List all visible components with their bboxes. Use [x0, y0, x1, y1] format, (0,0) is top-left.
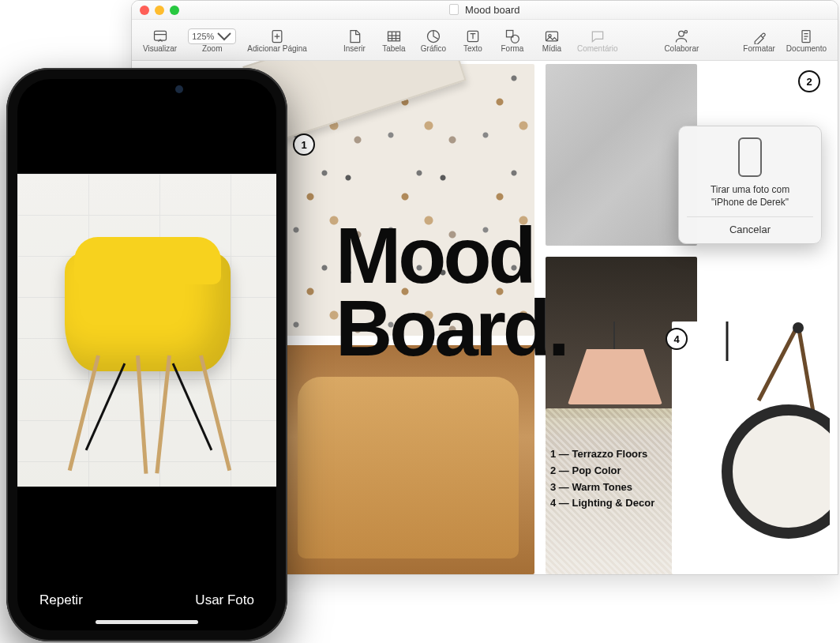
camera-capture-preview[interactable]	[17, 174, 276, 487]
table-label: Tabela	[382, 44, 405, 53]
window-title-text: Mood board	[465, 4, 519, 16]
callout-badge-1[interactable]: 1	[293, 133, 315, 156]
plus-page-icon	[269, 28, 285, 44]
svg-rect-2	[388, 32, 399, 41]
shape-icon	[504, 28, 520, 44]
photo-subject-chair	[49, 221, 254, 474]
insert-icon	[347, 28, 362, 44]
format-icon	[752, 28, 767, 44]
toolbar: Visualizar 125% Zoom Adicionar Página In…	[132, 20, 838, 61]
legend-item: 1 — Terrazzo Floors	[550, 446, 654, 463]
collaborate-button[interactable]: Colaborar	[659, 25, 703, 55]
iphone-screen: Repetir Usar Foto	[17, 79, 276, 630]
media-label: Mídia	[542, 44, 561, 53]
svg-rect-0	[154, 31, 166, 40]
table-icon	[386, 28, 402, 44]
image-concrete[interactable]	[546, 64, 697, 246]
media-button[interactable]: Mídia	[533, 25, 571, 55]
svg-line-13	[759, 325, 798, 400]
legend-item: 3 — Warm Tones	[550, 479, 654, 496]
home-indicator[interactable]	[96, 620, 198, 624]
document-label: Documento	[786, 44, 827, 53]
close-window-button[interactable]	[140, 6, 149, 15]
collaborate-label: Colaborar	[664, 44, 699, 53]
legend-list[interactable]: 1 — Terrazzo Floors 2 — Pop Color 3 — Wa…	[550, 446, 654, 512]
svg-line-14	[798, 325, 814, 416]
insert-button[interactable]: Inserir	[336, 25, 373, 55]
zoom-label: Zoom	[202, 44, 223, 53]
format-button[interactable]: Formatar	[738, 25, 780, 55]
shape-label: Forma	[501, 44, 523, 53]
view-button[interactable]: Visualizar	[138, 25, 182, 55]
text-label: Texto	[463, 44, 482, 53]
cancel-button[interactable]: Cancelar	[687, 216, 813, 243]
camera-action-bar: Repetir Usar Foto	[17, 592, 276, 608]
popover-message: Tirar uma foto com "iPhone de Derek"	[687, 183, 813, 216]
chart-button[interactable]: Gráfico	[414, 25, 452, 55]
chevron-down-icon	[216, 28, 232, 44]
zoom-value: 125%	[192, 32, 214, 41]
document-settings-icon	[798, 28, 814, 44]
legend-item: 2 — Pop Color	[550, 463, 654, 479]
continuity-camera-popover: Tirar uma foto com "iPhone de Derek" Can…	[678, 126, 822, 244]
document-button[interactable]: Documento	[782, 25, 831, 55]
iphone-device: Repetir Usar Foto	[6, 68, 287, 641]
title-line2: Board.	[336, 284, 567, 372]
document-title[interactable]: Mood Board.	[336, 219, 567, 364]
document-icon	[449, 4, 459, 15]
view-icon	[152, 28, 168, 44]
add-page-label: Adicionar Página	[247, 44, 307, 53]
image-mirror-lamp[interactable]	[672, 322, 830, 574]
iphone-notch	[84, 79, 210, 101]
phone-icon	[738, 137, 762, 177]
comment-label: Comentário	[577, 44, 618, 53]
insert-label: Inserir	[343, 44, 366, 53]
svg-point-6	[511, 35, 519, 43]
legend-item: 4 — Lighting & Decor	[550, 495, 654, 512]
window-controls	[132, 6, 179, 15]
titlebar: Mood board	[132, 1, 838, 20]
comment-icon	[590, 28, 606, 44]
media-icon	[544, 28, 560, 44]
svg-point-15	[793, 322, 804, 333]
svg-point-16	[727, 410, 830, 533]
use-photo-button[interactable]: Usar Foto	[195, 592, 254, 608]
chart-icon	[426, 28, 441, 44]
text-icon	[465, 28, 481, 44]
zoom-window-button[interactable]	[170, 6, 179, 15]
chart-label: Gráfico	[421, 44, 446, 53]
format-label: Formatar	[743, 44, 775, 53]
window-title: Mood board	[132, 4, 838, 16]
shape-button[interactable]: Forma	[493, 25, 531, 55]
add-page-button[interactable]: Adicionar Página	[242, 25, 312, 55]
image-sofa[interactable]	[282, 345, 534, 574]
callout-badge-2[interactable]: 2	[798, 70, 820, 92]
view-label: Visualizar	[143, 44, 177, 53]
zoom-control[interactable]: 125% Zoom	[183, 25, 241, 55]
retake-button[interactable]: Repetir	[39, 592, 83, 608]
svg-point-9	[679, 31, 684, 36]
collaborate-icon	[673, 28, 689, 44]
table-button[interactable]: Tabela	[375, 25, 413, 55]
comment-button: Comentário	[572, 25, 623, 55]
minimize-window-button[interactable]	[155, 6, 164, 15]
callout-badge-4[interactable]: 4	[666, 328, 688, 350]
svg-point-10	[684, 31, 687, 33]
zoom-dropdown[interactable]: 125%	[188, 28, 236, 44]
text-button[interactable]: Texto	[454, 25, 492, 55]
